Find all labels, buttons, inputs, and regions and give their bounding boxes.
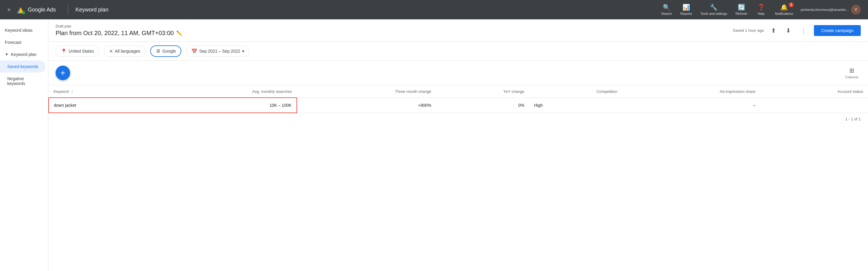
notifications-icon: 🔔 <box>780 4 788 11</box>
three-month-column-header[interactable]: Three month change <box>297 85 436 98</box>
avg-monthly-header-label: Avg. monthly searches <box>252 89 292 94</box>
plan-title: Plan from Oct 20, 2022, 11 AM, GMT+03:00… <box>56 30 182 37</box>
main-layout: Keyword ideas Forecast ▼ Keyword plan Sa… <box>0 19 868 271</box>
notifications-label: Notifications <box>775 11 793 16</box>
yoy-header-label: YoY change <box>503 89 524 94</box>
location-filter-label: United States <box>69 49 94 54</box>
language-icon: ✕ <box>109 49 113 54</box>
ad-impression-cell: – <box>622 98 761 113</box>
search-nav-button[interactable]: 🔍 Search <box>657 2 676 18</box>
sidebar: Keyword ideas Forecast ▼ Keyword plan Sa… <box>0 19 49 271</box>
add-keyword-button[interactable]: + <box>56 66 70 80</box>
create-campaign-button[interactable]: Create campaign <box>814 25 861 36</box>
search-label: Search <box>661 11 672 16</box>
keyword-cell: down jacket <box>49 98 147 113</box>
account-status-header-label: Account status <box>837 89 863 94</box>
user-email: yevheniia.khromova@serankin... <box>800 7 849 12</box>
sidebar-label-forecast: Forecast <box>5 40 21 45</box>
keyword-header-label: Keyword <box>54 89 69 94</box>
plan-title-text: Plan from Oct 20, 2022, 11 AM, GMT+03:00 <box>56 30 174 37</box>
notifications-nav-button[interactable]: 🔔 1 Notifications <box>771 2 797 18</box>
app-name: Google Ads <box>28 7 56 13</box>
user-menu[interactable]: yevheniia.khromova@serankin... Y <box>798 4 863 16</box>
saved-status: Saved 1 hour ago <box>733 28 764 33</box>
top-navigation: × Google Ads Keyword plan 🔍 Search 📊 Rep… <box>0 0 868 19</box>
yoy-column-header[interactable]: YoY change <box>436 85 529 98</box>
sort-ascending-icon[interactable]: ↑ <box>71 89 73 94</box>
table-toolbar: + ⊞ Columns <box>49 61 868 85</box>
reports-label: Reports <box>680 11 692 16</box>
network-icon: 🖥 <box>156 49 160 54</box>
sidebar-label-saved-keywords: Saved keywords <box>7 64 38 69</box>
columns-button[interactable]: ⊞ Columns <box>843 64 861 81</box>
tools-icon: 🔧 <box>710 4 717 11</box>
account-status-column-header[interactable]: Account status <box>761 85 868 98</box>
tools-nav-button[interactable]: 🔧 Tools and settings <box>697 2 731 18</box>
three-month-cell: +900% <box>297 98 436 113</box>
main-content: Draft plan Plan from Oct 20, 2022, 11 AM… <box>49 19 868 271</box>
competition-cell: High <box>529 98 622 113</box>
language-filter[interactable]: ✕ All languages <box>104 46 145 57</box>
competition-header-label: Competition <box>596 89 617 94</box>
sidebar-item-keyword-plan[interactable]: ▼ Keyword plan <box>0 49 45 60</box>
share-button[interactable]: ⬆ <box>769 25 779 37</box>
close-button[interactable]: × <box>5 4 13 16</box>
notifications-badge: 1 <box>789 2 794 7</box>
more-options-button[interactable]: ⋮ <box>798 25 809 37</box>
content-header: Draft plan Plan from Oct 20, 2022, 11 AM… <box>49 19 868 42</box>
network-filter[interactable]: 🖥 Google <box>150 46 181 57</box>
table-row: down jacket 10K – 100K +900% 0% High – <box>49 98 868 113</box>
sidebar-item-saved-keywords[interactable]: Saved keywords <box>0 60 45 72</box>
sidebar-item-keyword-ideas[interactable]: Keyword ideas <box>0 24 45 36</box>
sidebar-label-keyword-ideas: Keyword ideas <box>5 28 33 33</box>
sidebar-item-forecast[interactable]: Forecast <box>0 36 45 49</box>
tools-label: Tools and settings <box>701 11 727 16</box>
edit-icon[interactable]: ✏️ <box>176 30 182 36</box>
keywords-table: Keyword ↑ Avg. monthly searches Three mo… <box>49 85 868 113</box>
columns-label: Columns <box>845 75 858 79</box>
refresh-icon: 🔄 <box>738 4 745 11</box>
table-header-row: Keyword ↑ Avg. monthly searches Three mo… <box>49 85 868 98</box>
date-range-chevron-icon: ▾ <box>242 49 244 54</box>
reports-nav-button[interactable]: 📊 Reports <box>677 2 696 18</box>
download-button[interactable]: ⬇ <box>783 25 793 37</box>
avg-monthly-cell: 10K – 100K <box>147 98 297 113</box>
date-range-filter[interactable]: 📅 Sep 2021 – Sep 2022 ▾ <box>186 46 249 57</box>
plan-label: Draft plan <box>56 24 182 28</box>
ad-impression-header-label: Ad impression share <box>720 89 755 94</box>
help-icon: ❓ <box>757 4 765 11</box>
header-actions: Saved 1 hour ago ⬆ ⬇ ⋮ Create campaign <box>733 25 861 37</box>
help-nav-button[interactable]: ❓ Help <box>752 2 770 18</box>
date-range-filter-label: Sep 2021 – Sep 2022 <box>199 49 240 54</box>
nav-actions: 🔍 Search 📊 Reports 🔧 Tools and settings … <box>657 2 863 18</box>
refresh-nav-button[interactable]: 🔄 Refresh <box>732 2 751 18</box>
yoy-cell: 0% <box>436 98 529 113</box>
sidebar-label-keyword-plan: Keyword plan <box>11 52 37 57</box>
keyword-column-header[interactable]: Keyword ↑ <box>49 85 147 98</box>
competition-column-header[interactable]: Competition <box>529 85 622 98</box>
page-title: Keyword plan <box>75 7 655 13</box>
app-logo: Google Ads <box>16 5 56 14</box>
reports-icon: 📊 <box>682 4 690 11</box>
avatar: Y <box>851 5 861 14</box>
help-label: Help <box>758 11 765 16</box>
location-icon: 📍 <box>61 49 67 54</box>
sidebar-label-negative-keywords: Negative keywords <box>7 76 41 86</box>
table-area: + ⊞ Columns Keyword ↑ Avg. monthly searc… <box>49 61 868 271</box>
filters-bar: 📍 United States ✕ All languages 🖥 Google… <box>49 42 868 61</box>
pagination: 1 - 1 of 1 <box>49 113 868 125</box>
ad-impression-column-header[interactable]: Ad impression share <box>622 85 761 98</box>
network-filter-label: Google <box>162 49 176 54</box>
columns-icon: ⊞ <box>849 67 855 74</box>
calendar-icon: 📅 <box>191 49 197 54</box>
refresh-label: Refresh <box>736 11 747 16</box>
account-status-cell <box>761 98 868 113</box>
avg-monthly-column-header[interactable]: Avg. monthly searches <box>147 85 297 98</box>
chevron-down-icon: ▼ <box>5 52 8 57</box>
search-icon: 🔍 <box>663 4 670 11</box>
location-filter[interactable]: 📍 United States <box>56 46 99 57</box>
plan-meta: Draft plan Plan from Oct 20, 2022, 11 AM… <box>56 24 182 37</box>
three-month-header-label: Three month change <box>395 89 431 94</box>
language-filter-label: All languages <box>115 49 140 54</box>
sidebar-item-negative-keywords[interactable]: Negative keywords <box>0 72 45 90</box>
